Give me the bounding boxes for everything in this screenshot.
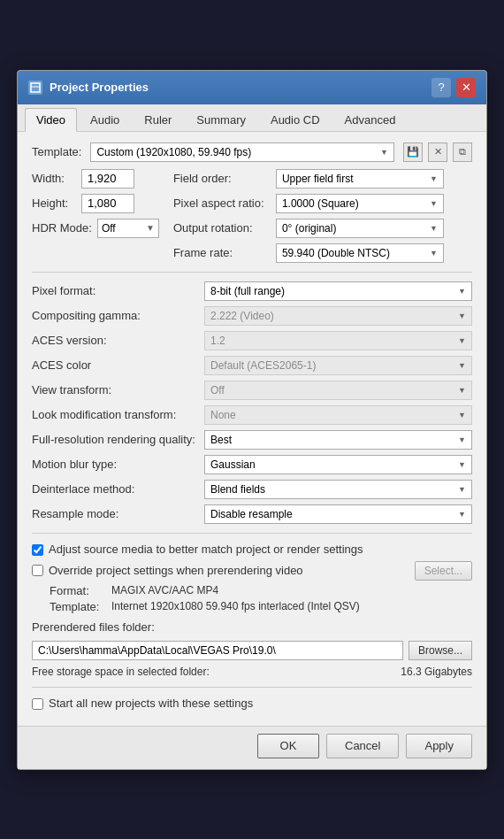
template-delete-button[interactable]: ✕ [428,142,447,162]
prop-select-resample[interactable]: Disable resample ▼ [204,504,472,524]
prop-arrow-motion-blur-icon: ▼ [458,460,466,469]
prop-select-rendering-quality[interactable]: Best ▼ [204,430,472,450]
free-space-label: Free storage space in selected folder: [32,666,210,678]
cancel-button[interactable]: Cancel [326,734,399,758]
prop-arrow-view-transform-icon: ▼ [458,386,466,395]
width-label: Width: [32,172,76,185]
prerender-template-label: Template: [50,600,111,613]
adjust-checkbox-row: Adjust source media to better match proj… [32,543,472,556]
frame-rate-value: 59.940 (Double NTSC) [282,247,390,259]
override-checkbox-label[interactable]: Override project settings when prerender… [49,564,303,577]
template-copy-button[interactable]: ⧉ [453,142,472,162]
prop-row-motion-blur: Motion blur type: Gaussian ▼ [32,455,472,474]
prop-value-look-mod: None [210,409,236,421]
width-field: Width: [32,169,159,189]
template-select[interactable]: Custom (1920x1080, 59.940 fps) ▼ [90,142,394,162]
prop-value-view-transform: Off [210,384,225,396]
field-order-label: Field order: [173,172,271,185]
new-projects-checkbox[interactable] [32,698,43,710]
folder-section: Prerendered files folder: Browse... [32,620,472,660]
width-input[interactable] [81,169,134,189]
prop-label-view-transform: View transform: [32,383,204,396]
output-rotation-arrow-icon: ▼ [430,224,438,233]
prop-label-look-mod: Look modification transform: [32,408,204,421]
prop-select-view-transform[interactable]: Off ▼ [204,381,472,400]
prop-label-compositing-gamma: Compositing gamma: [32,309,204,322]
prop-label-rendering-quality: Full-resolution rendering quality: [32,433,204,446]
prop-select-compositing-gamma[interactable]: 2.222 (Video) ▼ [204,306,472,326]
frame-rate-select[interactable]: 59.940 (Double NTSC) ▼ [276,243,444,263]
override-checkbox[interactable] [32,565,43,576]
divider-2 [32,533,472,534]
new-projects-checkbox-label[interactable]: Start all new projects with these settin… [49,697,253,710]
prop-arrow-resample-icon: ▼ [458,510,466,519]
prop-value-resample: Disable resample [210,508,293,520]
prerender-format-row: Format: MAGIX AVC/AAC MP4 [50,584,472,597]
button-row: OK Cancel Apply [18,726,486,769]
prerender-format-value: MAGIX AVC/AAC MP4 [111,584,218,597]
properties-section: Pixel format: 8-bit (full range) ▼ Compo… [32,281,472,524]
dialog-title: Project Properties [50,81,149,94]
prop-row-compositing-gamma: Compositing gamma: 2.222 (Video) ▼ [32,306,472,326]
height-input[interactable] [81,194,134,213]
pixel-aspect-value: 1.0000 (Square) [282,197,359,210]
field-order-select[interactable]: Upper field first ▼ [276,169,444,189]
tab-advanced[interactable]: Advanced [333,108,408,131]
hdr-value: Off [102,222,116,235]
prop-row-aces-version: ACES version: 1.2 ▼ [32,331,472,350]
pixel-aspect-row: Pixel aspect ratio: 1.0000 (Square) ▼ [173,194,472,213]
prop-select-aces-version[interactable]: 1.2 ▼ [204,331,472,350]
ok-button[interactable]: OK [257,734,319,758]
tab-bar: Video Audio Ruler Summary Audio CD Advan… [18,104,486,132]
folder-path-input[interactable] [32,641,403,660]
pixel-aspect-arrow-icon: ▼ [430,199,438,208]
folder-label-row: Prerendered files folder: [32,620,472,637]
prop-arrow-look-mod-icon: ▼ [458,411,466,420]
tab-ruler[interactable]: Ruler [133,108,183,131]
prop-label-pixel-format: Pixel format: [32,284,204,297]
close-button[interactable]: ✕ [456,78,476,97]
hdr-select[interactable]: Off ▼ [97,219,159,238]
folder-label: Prerendered files folder: [32,620,155,634]
prop-row-resample: Resample mode: Disable resample ▼ [32,504,472,524]
prop-select-motion-blur[interactable]: Gaussian ▼ [204,455,472,474]
tab-audio-cd[interactable]: Audio CD [259,108,332,131]
prop-row-aces-color: ACES color Default (ACES2065-1) ▼ [32,356,472,375]
browse-button[interactable]: Browse... [409,641,472,660]
right-grid: Field order: Upper field first ▼ Pixel a… [173,169,472,263]
adjust-checkbox-label[interactable]: Adjust source media to better match proj… [49,543,363,556]
template-arrow-icon: ▼ [380,148,388,157]
template-value: Custom (1920x1080, 59.940 fps) [96,146,251,158]
prop-row-view-transform: View transform: Off ▼ [32,381,472,400]
tab-summary[interactable]: Summary [185,108,257,131]
select-button[interactable]: Select... [415,561,472,581]
divider-1 [32,272,472,273]
prop-value-rendering-quality: Best [210,434,232,446]
field-order-arrow-icon: ▼ [430,174,438,183]
prop-select-deinterlace[interactable]: Blend fields ▼ [204,480,472,499]
prop-row-pixel-format: Pixel format: 8-bit (full range) ▼ [32,281,472,301]
prop-select-aces-color[interactable]: Default (ACES2065-1) ▼ [204,356,472,375]
tab-video[interactable]: Video [25,108,77,132]
output-rotation-select[interactable]: 0° (original) ▼ [276,219,444,238]
prop-label-resample: Resample mode: [32,507,204,520]
pixel-aspect-select[interactable]: 1.0000 (Square) ▼ [276,194,444,213]
prop-select-look-mod[interactable]: None ▼ [204,405,472,425]
adjust-checkbox[interactable] [32,544,43,556]
help-button[interactable]: ? [431,78,451,97]
frame-rate-arrow-icon: ▼ [430,249,438,258]
prop-value-aces-color: Default (ACES2065-1) [210,359,316,372]
hdr-field: HDR Mode: Off ▼ [32,219,159,238]
template-label: Template: [32,145,81,158]
svg-rect-0 [31,83,40,92]
prop-row-rendering-quality: Full-resolution rendering quality: Best … [32,430,472,450]
apply-button[interactable]: Apply [406,734,472,758]
prop-value-deinterlace: Blend fields [210,483,265,496]
tab-audio[interactable]: Audio [79,108,131,131]
prop-label-deinterlace: Deinterlace method: [32,482,204,496]
prop-arrow-rendering-quality-icon: ▼ [458,435,466,444]
prop-value-compositing-gamma: 2.222 (Video) [210,310,274,322]
output-rotation-row: Output rotation: 0° (original) ▼ [173,219,472,238]
template-save-button[interactable]: 💾 [403,142,423,162]
prop-select-pixel-format[interactable]: 8-bit (full range) ▼ [204,281,472,301]
